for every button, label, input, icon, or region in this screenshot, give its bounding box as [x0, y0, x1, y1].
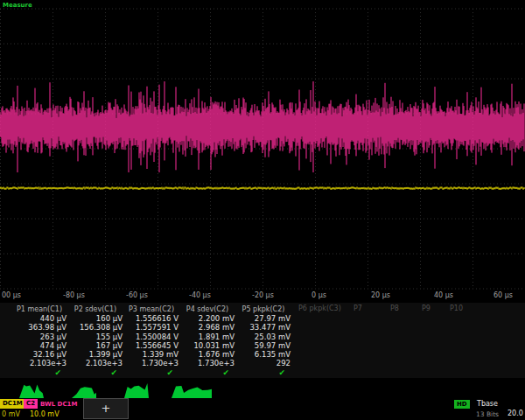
measure-value: 2.968 mV: [180, 323, 234, 332]
channel1-scale: 10.0 mV: [30, 410, 60, 418]
channel2-coupling-label: BWL DC1M: [40, 401, 77, 408]
time-label: -40 µs: [189, 291, 211, 299]
measure-value: 2.103e+3: [68, 359, 122, 368]
measure-value: 2.200 mV: [180, 314, 234, 323]
histogram-icon[interactable]: [124, 382, 149, 398]
measure-value: 160 µV: [68, 314, 122, 323]
measure-header-unused[interactable]: P6 pkpk(C3): [298, 304, 341, 312]
measure-column: P5 pkpk(C2)27.97 mV33.477 mV25.03 mV59.9…: [236, 304, 290, 378]
measure-column: P1 mean(C1)440 µV363.98 µV263 µV474 µV32…: [12, 304, 66, 378]
measure-value: 10.031 mV: [180, 341, 234, 350]
measure-value: 1.556616 V: [124, 314, 178, 323]
histogram-icon[interactable]: [72, 382, 96, 398]
channel1-offset: 0 mV: [2, 410, 20, 418]
measure-column: P2 sdev(C1)160 µV156.308 µV155 µV167 µV1…: [68, 304, 122, 378]
measure-value: 156.308 µV: [68, 323, 122, 332]
status-check-icon: ✔: [68, 368, 122, 378]
measure-value: 32.16 µV: [12, 350, 66, 359]
channel1-descriptor[interactable]: DC1M: [0, 399, 25, 409]
measure-value: 167 µV: [68, 341, 122, 350]
measure-header[interactable]: P4 sdev(C2): [180, 304, 234, 314]
measure-header-unused[interactable]: P8: [390, 304, 399, 312]
time-label: 0 µs: [312, 291, 326, 299]
measure-header-unused[interactable]: P10: [450, 304, 463, 312]
channel2-descriptor[interactable]: C2: [24, 399, 38, 409]
time-axis: 00 µs-80 µs-60 µs-40 µs-20 µs0 µs20 µs40…: [0, 291, 525, 301]
status-check-icon: ✔: [236, 368, 290, 378]
measure-value: 1.556645 V: [124, 341, 178, 350]
waveform-display: [0, 7, 525, 292]
measure-table: P1 mean(C1)440 µV363.98 µV263 µV474 µV32…: [0, 303, 525, 378]
histogram-icon[interactable]: [19, 382, 44, 398]
measure-value: 1.339 mV: [124, 350, 178, 359]
status-check-icon: ✔: [180, 368, 234, 378]
measure-value: 59.97 mV: [236, 341, 290, 350]
measure-value: 1.891 mV: [180, 332, 234, 341]
oscilloscope-screen: Measure 00 µs-80 µs-60 µs-40 µs-20 µs0 µ…: [0, 0, 525, 420]
measure-value: 363.98 µV: [12, 323, 66, 332]
measure-header-unused[interactable]: P9: [422, 304, 430, 312]
measure-value: 155 µV: [68, 332, 122, 341]
timebase-bits: 13 Bits: [476, 410, 499, 418]
c2-noise-trace: [0, 81, 524, 172]
timebase-scale: 20.0: [508, 410, 523, 417]
add-trace-button[interactable]: +: [83, 398, 129, 419]
measure-value: 1.676 mV: [180, 350, 234, 359]
status-check-icon: ✔: [12, 368, 66, 378]
measure-value: 440 µV: [12, 314, 66, 323]
histogram-icon[interactable]: [172, 382, 212, 398]
measure-header[interactable]: P3 mean(C2): [124, 304, 178, 314]
measure-value: 1.557591 V: [124, 323, 178, 332]
measure-value: 1.399 µV: [68, 350, 122, 359]
measure-value: 292: [236, 359, 290, 368]
histicon-row: [0, 382, 525, 398]
measure-value: 1.730e+3: [180, 359, 234, 368]
measure-value: 474 µV: [12, 341, 66, 350]
measure-column: P3 mean(C2)1.556616 V1.557591 V1.550084 …: [124, 304, 178, 378]
time-label: 40 µs: [434, 291, 453, 299]
measure-value: 33.477 mV: [236, 323, 290, 332]
time-label: 20 µs: [371, 291, 390, 299]
bottom-bar: DC1M C2 BWL DC1M + 0 mV 10.0 mV HD Tbase…: [0, 398, 525, 420]
measure-header[interactable]: P5 pkpk(C2): [236, 304, 290, 314]
c1-trace: [0, 186, 524, 190]
time-label: -60 µs: [126, 291, 148, 299]
time-label: 00 µs: [2, 291, 21, 299]
status-check-icon: ✔: [124, 368, 178, 378]
measure-header-unused[interactable]: P7: [354, 304, 362, 312]
measure-value: 263 µV: [12, 332, 66, 341]
measure-column: P4 sdev(C2)2.200 mV2.968 mV1.891 mV10.03…: [180, 304, 234, 378]
time-label: 60 µs: [494, 291, 513, 299]
measure-value: 2.103e+3: [12, 359, 66, 368]
measure-value: 27.97 mV: [236, 314, 290, 323]
time-label: -80 µs: [63, 291, 85, 299]
measure-header[interactable]: P1 mean(C1): [12, 304, 66, 314]
measure-value: 6.135 mV: [236, 350, 290, 359]
measure-value: 1.730e+3: [124, 359, 178, 368]
timebase-descriptor[interactable]: Tbase: [477, 400, 498, 408]
time-label: -20 µs: [252, 291, 274, 299]
measure-value: 1.550084 V: [124, 332, 178, 341]
measure-header[interactable]: P2 sdev(C1): [68, 304, 122, 314]
hd-badge: HD: [454, 400, 470, 409]
measure-value: 25.03 mV: [236, 332, 290, 341]
